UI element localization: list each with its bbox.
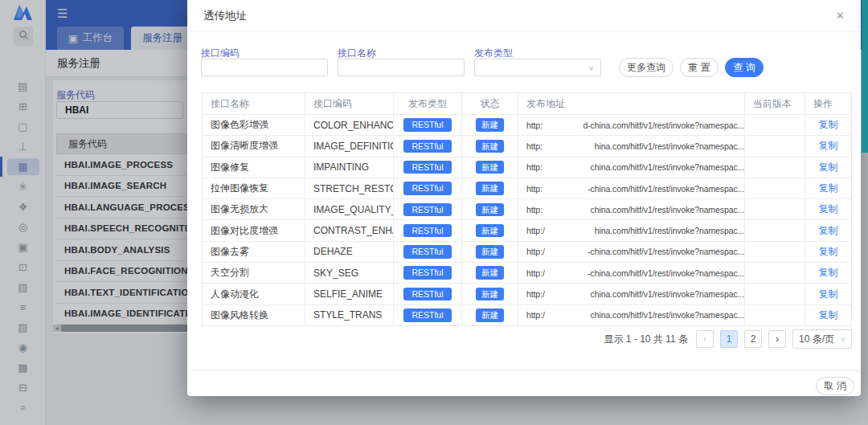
copy-link[interactable]: 复制 <box>819 224 838 238</box>
page-button-1[interactable]: 1 <box>720 330 738 348</box>
copy-link[interactable]: 复制 <box>819 139 838 153</box>
table-row: 图像无损放大 IMAGE_QUALITY_ENH... RESTful 新建 h… <box>203 198 851 219</box>
redacted-url-segment <box>545 268 588 278</box>
table-row: 人像动漫化 SELFIE_ANIME RESTful 新建 http:/chin… <box>203 283 851 304</box>
status-badge: 新建 <box>476 309 504 322</box>
current-version-cell <box>744 284 805 304</box>
copy-link[interactable]: 复制 <box>819 182 838 195</box>
publish-type-badge: RESTful <box>403 140 451 153</box>
interface-code-cell: IMAGE_DEFINITION_E... <box>305 136 393 156</box>
col-publish-address: 发布地址 <box>518 93 744 114</box>
page-size-select[interactable]: 10 条/页 ∨ <box>792 329 852 349</box>
next-page-button[interactable]: › <box>768 330 786 348</box>
publish-type-badge: RESTful <box>403 266 451 280</box>
interface-code-input[interactable] <box>201 59 328 76</box>
prev-page-button[interactable]: ‹ <box>696 330 714 348</box>
publish-address-cell: http:/china.com/hitf/v1/rest/invoke?name… <box>518 305 744 325</box>
table-row: 图像色彩增强 COLOR_ENHANCE RESTful 新建 http:d-c… <box>203 114 851 135</box>
copy-link[interactable]: 复制 <box>819 161 838 174</box>
publish-type-badge: RESTful <box>403 245 451 259</box>
address-table: 接口名称 接口编码 发布类型 状态 发布地址 当前版本 操作 图像色彩增强 CO… <box>202 92 852 326</box>
interface-code-cell: CONTRAST_ENHANCE <box>305 220 393 240</box>
interface-name-cell: 天空分割 <box>203 263 305 283</box>
redacted-url-segment <box>545 226 595 235</box>
status-badge: 新建 <box>476 245 504 259</box>
interface-code-cell: STYLE_TRANS <box>305 305 393 325</box>
interface-code-cell: DEHAZE <box>305 242 393 262</box>
publish-type-badge: RESTful <box>403 224 451 238</box>
pagination: 显示 1 - 10 共 11 条 ‹ 1 2 › 10 条/页 ∨ <box>604 329 852 349</box>
copy-link[interactable]: 复制 <box>819 266 838 280</box>
copy-link[interactable]: 复制 <box>819 118 838 132</box>
passthrough-address-modal: 透传地址 ✕ 接口编码 接口名称 发布类型 ∨ 更多查询 重 置 查 询 接口名… <box>187 0 861 396</box>
table-row: 天空分割 SKY_SEG RESTful 新建 http:/-china.com… <box>203 262 851 283</box>
interface-name-cell: 图像色彩增强 <box>203 115 305 135</box>
current-version-cell <box>744 242 805 262</box>
publish-address-cell: http:/hina.com/hitf/v1/rest/invoke?names… <box>518 220 744 240</box>
current-version-cell <box>744 263 805 283</box>
col-interface-code: 接口编码 <box>305 93 393 114</box>
redacted-url-segment <box>542 121 583 130</box>
publish-address-cell: http:china.com/hitf/v1/rest/invoke?names… <box>518 157 744 178</box>
copy-link[interactable]: 复制 <box>819 288 838 301</box>
publish-address-cell: http:/-china.com/hitf/v1/rest/invoke?nam… <box>518 263 744 283</box>
current-version-cell <box>744 115 805 135</box>
status-badge: 新建 <box>476 203 504 217</box>
table-header-row: 接口名称 接口编码 发布类型 状态 发布地址 当前版本 操作 <box>203 93 851 114</box>
interface-name-input[interactable] <box>338 59 465 76</box>
copy-link[interactable]: 复制 <box>819 245 838 259</box>
publish-type-badge: RESTful <box>403 288 451 301</box>
search-button[interactable]: 查 询 <box>725 58 764 77</box>
chevron-down-icon: ∨ <box>588 63 594 72</box>
interface-name-cell: 图像对比度增强 <box>203 220 305 240</box>
interface-name-cell: 图像修复 <box>203 157 305 178</box>
modal-footer: 取 消 <box>187 370 861 396</box>
more-query-button[interactable]: 更多查询 <box>619 58 674 77</box>
redacted-url-segment <box>545 289 591 299</box>
redacted-url-segment <box>542 184 588 194</box>
redacted-url-segment <box>545 310 591 320</box>
copy-link[interactable]: 复制 <box>819 309 838 322</box>
status-badge: 新建 <box>476 161 504 174</box>
modal-header: 透传地址 ✕ <box>187 0 861 32</box>
publish-type-badge: RESTful <box>403 203 451 217</box>
interface-name-cell: 图像清晰度增强 <box>203 136 305 156</box>
chevron-down-icon: ∨ <box>840 335 845 343</box>
publish-type-select[interactable]: ∨ <box>474 59 601 76</box>
publish-address-cell: http:d-china.com/hitf/v1/rest/invoke?nam… <box>518 115 744 135</box>
table-row: 图像对比度增强 CONTRAST_ENHANCE RESTful 新建 http… <box>203 219 851 240</box>
copy-link[interactable]: 复制 <box>819 202 838 216</box>
interface-name-cell: 拉伸图像恢复 <box>203 178 305 198</box>
publish-address-cell: http:-china.com/hitf/v1/rest/invoke?name… <box>518 178 744 198</box>
page-button-2[interactable]: 2 <box>744 330 762 348</box>
table-row: 图像风格转换 STYLE_TRANS RESTful 新建 http:/chin… <box>203 304 851 325</box>
col-publish-type: 发布类型 <box>393 93 461 114</box>
status-badge: 新建 <box>476 182 504 195</box>
publish-type-badge: RESTful <box>403 309 451 322</box>
col-actions: 操作 <box>805 93 851 114</box>
close-icon[interactable]: ✕ <box>836 10 845 22</box>
publish-type-badge: RESTful <box>403 161 451 174</box>
publish-address-cell: http:hina.com/hitf/v1/rest/invoke?namesp… <box>518 136 744 156</box>
current-version-cell <box>744 305 805 325</box>
col-current-version: 当前版本 <box>744 93 805 114</box>
redacted-url-segment <box>545 247 588 256</box>
redacted-url-segment <box>542 205 591 215</box>
current-version-cell <box>744 220 805 240</box>
current-version-cell <box>744 157 805 178</box>
publish-address-cell: http:/china.com/hitf/v1/rest/invoke?name… <box>518 284 744 304</box>
interface-code-cell: COLOR_ENHANCE <box>305 115 393 135</box>
cancel-button[interactable]: 取 消 <box>816 377 854 395</box>
publish-address-cell: http:/-china.com/hitf/v1/rest/invoke?nam… <box>518 242 744 262</box>
status-badge: 新建 <box>476 140 504 153</box>
status-badge: 新建 <box>476 288 504 301</box>
status-badge: 新建 <box>476 224 504 238</box>
redacted-url-segment <box>542 141 595 151</box>
reset-button[interactable]: 重 置 <box>680 58 719 77</box>
publish-type-badge: RESTful <box>403 182 451 195</box>
app-screen: ▤ ⊞ ▢ ⊥ ▦ ✳ ❖ ◎ ▣ ⊡ ▧ ≡ ▨ ◉ ▩ ⊟ ≈ ☰ ▣ 工作… <box>0 0 868 425</box>
interface-name-cell: 图像无损放大 <box>203 199 305 219</box>
interface-name-cell: 人像动漫化 <box>203 284 305 304</box>
table-row: 图像清晰度增强 IMAGE_DEFINITION_E... RESTful 新建… <box>203 135 851 156</box>
redacted-url-segment <box>542 162 591 172</box>
